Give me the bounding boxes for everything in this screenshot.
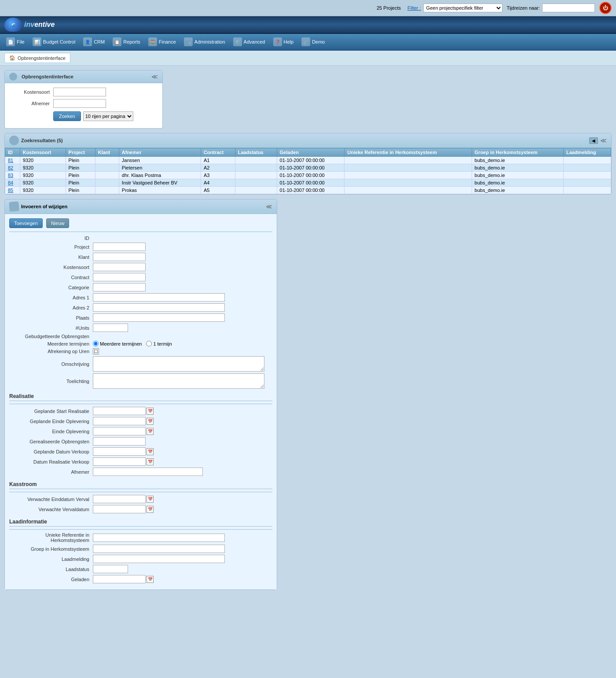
nav-item-demo[interactable]: 🔗 Demo bbox=[298, 36, 328, 48]
geplande-datum-cal-icon[interactable]: 📅 bbox=[147, 448, 154, 455]
cell-project: Plein bbox=[66, 187, 95, 194]
io-adres1-input[interactable] bbox=[93, 293, 225, 302]
io-laadmelding-input[interactable] bbox=[93, 555, 225, 563]
einde-cal-icon[interactable]: 📅 bbox=[147, 428, 154, 435]
demo-icon: 🔗 bbox=[301, 37, 310, 46]
io-contract-label: Contract bbox=[9, 275, 93, 280]
io-kostensoort-input[interactable] bbox=[93, 263, 146, 271]
search-panel-collapse[interactable]: ≪ bbox=[151, 73, 158, 80]
nav-item-advanced[interactable]: ⚙️ Advanced bbox=[230, 36, 269, 48]
nav-item-budget-control[interactable]: 📊 Budget Control bbox=[29, 36, 79, 48]
col-groep: Groep in Herkomstsysteem bbox=[472, 148, 563, 157]
io-verwachte-einddatum-input[interactable] bbox=[93, 495, 146, 503]
io-geplande-datum-input[interactable] bbox=[93, 447, 146, 456]
cell-geladen: 01-10-2007 00:00:00 bbox=[277, 157, 345, 164]
io-adres2-input[interactable] bbox=[93, 303, 225, 312]
cell-id[interactable]: 84 bbox=[5, 179, 20, 187]
toevoegen-button[interactable]: Toevoegen bbox=[9, 218, 43, 228]
finance-icon: 🧮 bbox=[148, 37, 157, 46]
nieuw-button[interactable]: Nieuw bbox=[46, 218, 70, 228]
io-adres2-label: Adres 2 bbox=[9, 305, 93, 310]
cell-id[interactable]: 83 bbox=[5, 172, 20, 179]
crm-icon: 👤 bbox=[83, 37, 92, 46]
io-unieke-ref-input[interactable] bbox=[93, 534, 225, 542]
io-contract-input[interactable] bbox=[93, 273, 146, 281]
io-geladen-label: Geladen bbox=[9, 577, 93, 582]
io-project-input[interactable] bbox=[93, 243, 146, 251]
search-button[interactable]: Zoeken bbox=[53, 111, 81, 121]
home-icon[interactable]: 🏠 bbox=[9, 55, 15, 61]
nav-item-help[interactable]: ❓ Help bbox=[270, 36, 297, 48]
afrekening-checkbox[interactable]: ☐ bbox=[93, 348, 99, 354]
radio-meerdere-input[interactable] bbox=[93, 341, 99, 346]
afnemer-input[interactable] bbox=[53, 99, 106, 108]
reports-icon: 📋 bbox=[113, 37, 121, 46]
io-panel: Invoeren of wijzigen ≪ Toevoegen Nieuw I… bbox=[4, 199, 277, 590]
filter-label[interactable]: Filter : bbox=[407, 5, 421, 11]
power-button[interactable]: ⏻ bbox=[599, 2, 612, 14]
verwachte-verval-cal-icon[interactable]: 📅 bbox=[147, 506, 154, 513]
cell-geladen: 01-10-2007 00:00:00 bbox=[277, 179, 345, 187]
io-geladen-input[interactable] bbox=[93, 575, 146, 583]
cell-unieke-ref bbox=[345, 187, 472, 194]
verwachte-einddatum-cal-icon[interactable]: 📅 bbox=[147, 496, 154, 503]
io-einde-input[interactable] bbox=[93, 427, 146, 435]
search-action-row: Zoeken 10 rijen per pagina 25 rijen per … bbox=[9, 111, 158, 121]
cell-geladen: 01-10-2007 00:00:00 bbox=[277, 172, 345, 179]
io-geplande-datum-row: Geplande Datum Verkoop 📅 bbox=[9, 447, 272, 456]
nav-item-file[interactable]: 📄 File bbox=[3, 36, 28, 48]
kostensoort-input[interactable] bbox=[53, 88, 106, 96]
cell-id[interactable]: 82 bbox=[5, 164, 20, 172]
cell-unieke-ref bbox=[345, 179, 472, 187]
radio-meerdere[interactable]: Meerdere termijnen bbox=[93, 341, 142, 346]
cell-klant bbox=[95, 164, 119, 172]
cell-laadmelding bbox=[563, 172, 611, 179]
io-datum-realisatie-input[interactable] bbox=[93, 457, 146, 466]
laadinformatie-section-header: Laadinformatie bbox=[9, 519, 272, 527]
io-collapse[interactable]: ≪ bbox=[266, 203, 272, 210]
tijdreizen-input[interactable] bbox=[542, 4, 595, 12]
table-row[interactable]: 83 9320 Plein dhr. Klaas Postma A3 01-10… bbox=[5, 172, 611, 179]
io-plaats-input[interactable] bbox=[93, 313, 225, 322]
io-klant-input[interactable] bbox=[93, 253, 146, 261]
geplande-einde-cal-icon[interactable]: 📅 bbox=[147, 418, 154, 425]
app-header: 🌊 inventive bbox=[0, 16, 616, 34]
io-geladen-row: Geladen 📅 bbox=[9, 575, 272, 583]
io-gerealiseerde-input[interactable] bbox=[93, 437, 146, 446]
nav-item-crm[interactable]: 👤 CRM bbox=[80, 36, 108, 48]
io-verwachte-verval-input[interactable] bbox=[93, 505, 146, 513]
geplande-start-cal-icon[interactable]: 📅 bbox=[147, 408, 154, 415]
io-toelichting-textarea[interactable] bbox=[93, 373, 264, 389]
datum-realisatie-cal-icon[interactable]: 📅 bbox=[147, 458, 154, 465]
results-icon bbox=[9, 136, 19, 145]
cell-id[interactable]: 81 bbox=[5, 157, 20, 164]
cell-id[interactable]: 85 bbox=[5, 187, 20, 194]
table-row[interactable]: 81 9320 Plein Janssen A1 01-10-2007 00:0… bbox=[5, 157, 611, 164]
io-laadstatus-input[interactable] bbox=[93, 565, 128, 573]
io-kostensoort-label: Kostensoort bbox=[9, 265, 93, 270]
nav-item-finance[interactable]: 🧮 Finance bbox=[145, 36, 180, 48]
io-geplande-start-input[interactable] bbox=[93, 407, 146, 415]
cell-afnemer: Prokas bbox=[119, 187, 201, 194]
geladen-cal-icon[interactable]: 📅 bbox=[147, 576, 154, 583]
io-omschrijving-textarea[interactable] bbox=[93, 356, 264, 372]
nav-item-reports[interactable]: 📋 Reports bbox=[109, 36, 144, 48]
results-nav-prev[interactable]: ◀ bbox=[589, 137, 598, 144]
io-laadmelding-row: Laadmelding bbox=[9, 555, 272, 563]
table-row[interactable]: 85 9320 Plein Prokas A5 01-10-2007 00:00… bbox=[5, 187, 611, 194]
collapse-results[interactable]: ≪ bbox=[600, 137, 607, 144]
io-geplande-einde-input[interactable] bbox=[93, 417, 146, 425]
io-units-input[interactable] bbox=[93, 324, 128, 332]
table-row[interactable]: 82 9320 Plein Pietersen A2 01-10-2007 00… bbox=[5, 164, 611, 172]
io-afnemer-realisatie-input[interactable] bbox=[93, 468, 203, 476]
radio-een-input[interactable] bbox=[146, 341, 152, 346]
io-categorie-input[interactable] bbox=[93, 283, 146, 291]
radio-een[interactable]: 1 termijn bbox=[146, 341, 172, 346]
nav-item-administration[interactable]: 🔧 Administration bbox=[180, 36, 229, 48]
filter-select[interactable]: Geen projectspecifiek filter bbox=[423, 4, 502, 12]
table-row[interactable]: 84 9320 Plein Instr Vastgoed Beheer BV A… bbox=[5, 179, 611, 187]
per-page-select[interactable]: 10 rijen per pagina 25 rijen per pagina … bbox=[83, 111, 133, 121]
io-groep-label: Groep in Herkomstsysteem bbox=[9, 546, 93, 552]
breadcrumb: 🏠 Opbrengstentinterface bbox=[4, 53, 70, 63]
io-groep-input[interactable] bbox=[93, 545, 225, 553]
